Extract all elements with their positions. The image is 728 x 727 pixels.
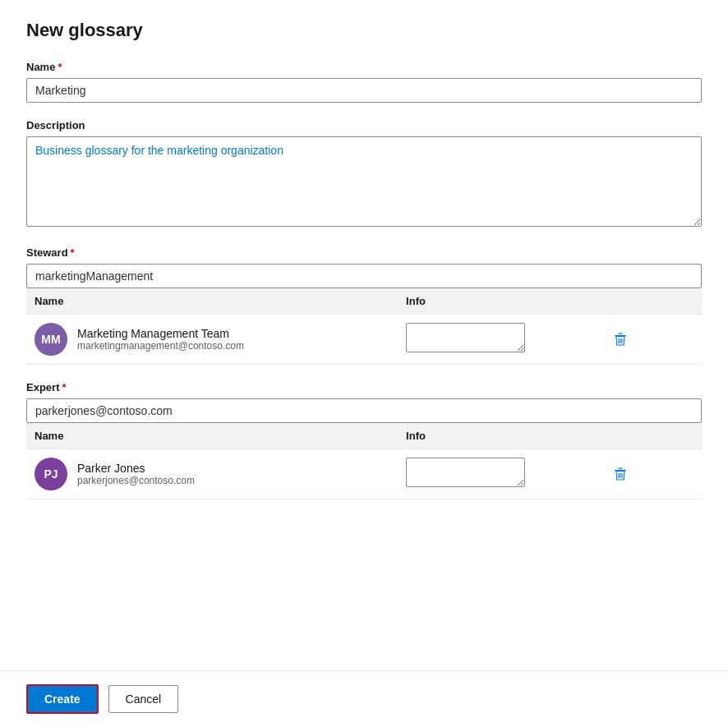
steward-person-email: marketingmanagement@contoso.com xyxy=(77,340,244,352)
footer-bar: Create Cancel xyxy=(0,670,728,727)
expert-info-input[interactable] xyxy=(406,458,525,487)
description-input[interactable]: Business glossary for the marketing orga… xyxy=(26,136,702,227)
steward-person-cell: MM Marketing Management Team marketingma… xyxy=(26,315,398,365)
expert-delete-button[interactable] xyxy=(609,462,632,485)
steward-table-row: MM Marketing Management Team marketingma… xyxy=(26,315,702,365)
steward-search-input[interactable] xyxy=(26,264,702,288)
expert-search-input[interactable] xyxy=(26,398,702,423)
expert-person-email: parkerjones@contoso.com xyxy=(77,475,195,486)
expert-action-col-header xyxy=(601,423,702,449)
form-container: New glossary Name * Description Business… xyxy=(0,0,728,670)
expert-table-row: PJ Parker Jones parkerjones@contoso.com xyxy=(26,449,702,499)
steward-label: Steward * xyxy=(26,246,702,259)
svg-rect-6 xyxy=(618,468,622,469)
trash-icon xyxy=(612,331,629,347)
name-input[interactable] xyxy=(26,78,702,103)
steward-info-input[interactable] xyxy=(406,323,525,352)
expert-label: Expert * xyxy=(26,381,702,393)
expert-name-col-header: Name xyxy=(26,423,398,449)
steward-action-cell xyxy=(601,315,702,365)
steward-avatar: MM xyxy=(35,323,67,356)
name-required-star: * xyxy=(58,61,62,73)
expert-info-col-header: Info xyxy=(398,423,601,449)
steward-action-col-header xyxy=(601,288,702,315)
description-label: Description xyxy=(26,119,702,131)
expert-avatar: PJ xyxy=(35,458,67,490)
name-field-group: Name * xyxy=(26,61,702,103)
create-button[interactable]: Create xyxy=(26,684,99,714)
expert-person-cell: PJ Parker Jones parkerjones@contoso.com xyxy=(26,449,398,499)
steward-required-star: * xyxy=(71,246,75,259)
page-title: New glossary xyxy=(26,20,702,41)
expert-person-info: Parker Jones parkerjones@contoso.com xyxy=(77,462,195,486)
expert-field-group: Expert * Name Info PJ Parker Jo xyxy=(26,381,702,499)
expert-table: Name Info PJ Parker Jones parkerjones@co… xyxy=(26,423,702,499)
expert-action-cell xyxy=(601,449,702,499)
steward-person-info: Marketing Management Team marketingmanag… xyxy=(77,327,244,352)
trash-icon xyxy=(612,466,629,482)
cancel-button[interactable]: Cancel xyxy=(108,685,179,713)
expert-required-star: * xyxy=(62,381,66,393)
steward-info-cell xyxy=(398,315,601,365)
steward-info-col-header: Info xyxy=(398,288,601,315)
steward-person-name: Marketing Management Team xyxy=(77,327,244,340)
steward-name-col-header: Name xyxy=(26,288,398,315)
name-label: Name * xyxy=(26,61,702,73)
steward-table: Name Info MM Marketing Management Team m… xyxy=(26,288,702,365)
steward-delete-button[interactable] xyxy=(609,328,632,351)
description-field-group: Description Business glossary for the ma… xyxy=(26,119,702,230)
expert-info-cell xyxy=(398,449,601,499)
steward-field-group: Steward * Name Info MM Marketin xyxy=(26,246,702,365)
expert-person-name: Parker Jones xyxy=(77,462,195,475)
svg-rect-1 xyxy=(618,334,622,334)
